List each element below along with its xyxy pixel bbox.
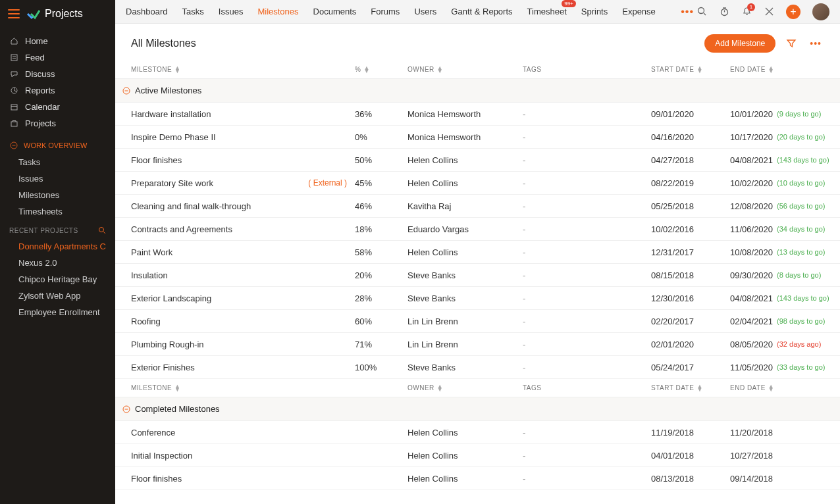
cell-tags: - <box>523 178 651 188</box>
search-icon[interactable] <box>98 226 106 234</box>
cell-percent: 71% <box>355 340 407 349</box>
tab-dashboard[interactable]: Dashboard <box>126 4 168 19</box>
cell-tags: - <box>523 363 651 372</box>
user-avatar[interactable] <box>812 3 829 20</box>
th-milestone[interactable]: MILESTONE▲▼ <box>131 384 355 391</box>
milestone-name: Preparatory Site work <box>131 178 213 188</box>
cell-start: 10/02/2016 <box>651 224 730 234</box>
th-start[interactable]: START DATE▲▼ <box>651 66 730 73</box>
th-end[interactable]: END DATE▲▼ <box>730 66 824 73</box>
app-name: Projects <box>45 8 83 20</box>
table-row[interactable]: Floor finishes Helen Collins - 08/13/201… <box>115 467 840 490</box>
th-owner[interactable]: OWNER▲▼ <box>407 384 523 391</box>
table-row[interactable]: Contracts and Agreements 18% Eduardo Var… <box>115 218 840 241</box>
recent-project-item[interactable]: Zylsoft Web App <box>0 288 115 304</box>
th-milestone[interactable]: MILESTONE▲▼ <box>131 66 355 73</box>
more-icon[interactable]: ••• <box>807 36 824 51</box>
th-percent[interactable]: %▲▼ <box>355 66 407 73</box>
hamburger-menu-icon[interactable] <box>8 9 20 18</box>
table-row[interactable]: Exterior Landscaping 28% Steve Banks - 1… <box>115 287 840 310</box>
add-milestone-button[interactable]: Add Milestone <box>704 34 775 53</box>
cell-start: 08/22/2019 <box>651 178 730 188</box>
th-tags[interactable]: TAGS <box>523 66 651 73</box>
tab-milestones[interactable]: Milestones <box>257 4 298 19</box>
table-row[interactable]: Exterior Finishes 100% Steve Banks - 05/… <box>115 356 840 379</box>
svg-rect-0 <box>11 55 17 61</box>
tab-forums[interactable]: Forums <box>371 4 400 19</box>
cell-owner: Eduardo Vargas <box>407 224 523 234</box>
table-row[interactable]: Initial Inspection Helen Collins - 04/01… <box>115 444 840 467</box>
tab-documents[interactable]: Documents <box>313 4 357 19</box>
table-row[interactable]: Roofing 60% Lin Lin Brenn - 02/20/2017 0… <box>115 310 840 333</box>
search-icon[interactable] <box>696 7 707 17</box>
cell-tags: - <box>523 474 651 484</box>
sidebar-item-discuss[interactable]: Discuss <box>0 66 115 82</box>
app-logo[interactable]: Projects <box>26 7 83 21</box>
tab-issues[interactable]: Issues <box>219 4 244 19</box>
table-row[interactable]: Plumbing Rough-in 71% Lin Lin Brenn - 02… <box>115 333 840 356</box>
sidebar-item-issues[interactable]: Issues <box>0 170 115 187</box>
days-remaining: (143 days to go) <box>777 294 829 302</box>
collapse-icon[interactable] <box>122 405 131 413</box>
table-row[interactable]: Cleaning and final walk-through 46% Kavi… <box>115 195 840 218</box>
tab-expense[interactable]: Expense <box>622 4 656 19</box>
recent-project-item[interactable]: Employee Enrollment <box>0 304 115 320</box>
tab-timesheet[interactable]: Timesheet99+ <box>527 4 567 19</box>
table-row[interactable]: Floor finishes 50% Helen Collins - 04/27… <box>115 149 840 172</box>
cell-start: 04/01/2018 <box>651 451 730 461</box>
tab-tasks[interactable]: Tasks <box>182 4 204 19</box>
cell-end-date: 11/20/2018 <box>730 428 773 438</box>
sort-icon: ▲▼ <box>363 66 369 73</box>
group-name: Active Milestones <box>135 86 201 95</box>
tools-icon[interactable] <box>764 7 774 17</box>
th-tags[interactable]: TAGS <box>523 384 651 391</box>
sidebar-item-tasks[interactable]: Tasks <box>0 154 115 170</box>
sort-icon: ▲▼ <box>174 385 180 391</box>
cell-start: 08/15/2018 <box>651 270 730 280</box>
sidebar-item-calendar[interactable]: Calendar <box>0 99 115 115</box>
chat-icon <box>9 70 18 79</box>
collapse-icon[interactable] <box>122 87 131 95</box>
sidebar-item-home[interactable]: Home <box>0 33 115 49</box>
sidebar-section-work-overview[interactable]: WORK OVERVIEW <box>0 137 115 154</box>
notification-badge: 1 <box>747 3 755 11</box>
topbar: DashboardTasksIssuesMilestonesDocumentsF… <box>115 0 840 24</box>
timer-icon[interactable] <box>719 7 729 17</box>
th-owner[interactable]: OWNER▲▼ <box>407 66 523 73</box>
recent-project-item[interactable]: Donnelly Apartments C <box>0 238 115 255</box>
milestone-name: Inspire Demo Phase II <box>131 132 216 142</box>
tab-gantt-reports[interactable]: Gantt & Reports <box>451 4 512 19</box>
tabs-more-icon[interactable]: ••• <box>681 6 694 18</box>
feed-icon <box>9 53 18 63</box>
sidebar-item-projects[interactable]: Projects <box>0 115 115 132</box>
sidebar-item-feed[interactable]: Feed <box>0 49 115 66</box>
sidebar-item-timesheets[interactable]: Timesheets <box>0 203 115 220</box>
milestone-name: Exterior Landscaping <box>131 293 211 303</box>
tab-sprints[interactable]: Sprints <box>581 4 608 19</box>
th-end[interactable]: END DATE▲▼ <box>730 384 824 391</box>
cell-end-date: 10/27/2018 <box>730 451 773 461</box>
table-row[interactable]: Insulation 20% Steve Banks - 08/15/2018 … <box>115 264 840 287</box>
filter-icon[interactable] <box>783 36 799 51</box>
page-title: All Milestones <box>131 38 696 49</box>
table-row[interactable]: Paint Work 58% Helen Collins - 12/31/201… <box>115 241 840 264</box>
group-header[interactable]: Completed Milestones <box>115 397 840 421</box>
bell-icon[interactable]: 1 <box>741 7 752 17</box>
th-start[interactable]: START DATE▲▼ <box>651 384 730 391</box>
table-row[interactable]: Conference Helen Collins - 11/19/2018 11… <box>115 421 840 444</box>
sidebar-item-reports[interactable]: Reports <box>0 82 115 99</box>
table-row[interactable]: Inspire Demo Phase II 0% Monica Hemswort… <box>115 126 840 149</box>
cell-start: 02/20/2017 <box>651 316 730 326</box>
table-row[interactable]: Hardware installation 36% Monica Hemswor… <box>115 103 840 126</box>
cell-owner: Steve Banks <box>407 270 523 280</box>
recent-project-item[interactable]: Nexus 2.0 <box>0 255 115 271</box>
recent-project-item[interactable]: Chipco Heritage Bay <box>0 271 115 288</box>
cell-owner: Lin Lin Brenn <box>407 340 523 349</box>
sidebar-item-milestones[interactable]: Milestones <box>0 187 115 203</box>
cell-tags: - <box>523 132 651 142</box>
group-header[interactable]: Active Milestones <box>115 79 840 103</box>
tab-users[interactable]: Users <box>414 4 436 19</box>
table-row[interactable]: Preparatory Site work( External ) 45% He… <box>115 172 840 195</box>
milestone-table: MILESTONE▲▼ %▲▼ OWNER▲▼ TAGS START DATE▲… <box>115 61 840 504</box>
global-add-button[interactable]: + <box>786 5 801 19</box>
